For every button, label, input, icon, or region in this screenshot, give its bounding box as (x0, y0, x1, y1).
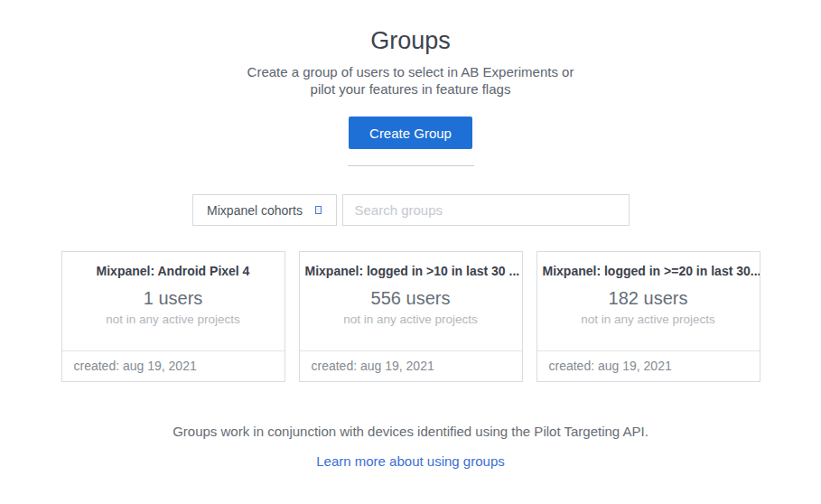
groups-page: Groups Create a group of users to select… (0, 0, 821, 470)
cohort-source-select-value: Mixpanel cohorts (207, 203, 303, 218)
group-cards-row: Mixpanel: Android Pixel 4 1 users not in… (0, 251, 821, 382)
learn-more-link[interactable]: Learn more about using groups (316, 453, 504, 469)
group-card-status: not in any active projects (62, 313, 285, 326)
group-card-created: created: aug 19, 2021 (62, 350, 285, 381)
group-card-user-count: 1 users (62, 288, 285, 309)
group-card-body: Mixpanel: Android Pixel 4 1 users not in… (62, 252, 285, 350)
group-card-title: Mixpanel: logged in >=20 in last 30... (537, 264, 760, 278)
group-card-user-count: 556 users (300, 288, 522, 309)
page-title: Groups (0, 27, 821, 55)
group-card-created: created: aug 19, 2021 (537, 350, 760, 381)
group-card[interactable]: Mixpanel: logged in >=20 in last 30... 1… (536, 251, 760, 382)
groups-info-note: Groups work in conjunction with devices … (0, 424, 821, 439)
group-card-body: Mixpanel: logged in >10 in last 30 ... 5… (300, 252, 522, 350)
group-card-title: Mixpanel: Android Pixel 4 (62, 264, 285, 278)
cohort-source-select[interactable]: Mixpanel cohorts (192, 194, 337, 226)
group-card-status: not in any active projects (300, 313, 522, 326)
group-card-user-count: 182 users (537, 288, 760, 309)
dropdown-indicator-icon (315, 206, 322, 214)
group-card-created: created: aug 19, 2021 (300, 350, 522, 381)
group-card[interactable]: Mixpanel: logged in >10 in last 30 ... 5… (299, 251, 523, 382)
group-card-title: Mixpanel: logged in >10 in last 30 ... (300, 264, 522, 278)
section-divider (348, 165, 474, 166)
filter-controls: Mixpanel cohorts (0, 194, 821, 226)
page-subtitle: Create a group of users to select in AB … (0, 63, 821, 98)
page-subtitle-line1: Create a group of users to select in AB … (247, 64, 574, 79)
group-card-body: Mixpanel: logged in >=20 in last 30... 1… (537, 252, 760, 350)
page-subtitle-line2: pilot your features in feature flags (311, 81, 511, 97)
create-group-button[interactable]: Create Group (349, 117, 472, 149)
group-card-status: not in any active projects (537, 313, 760, 326)
group-card[interactable]: Mixpanel: Android Pixel 4 1 users not in… (61, 251, 285, 382)
search-groups-input[interactable] (342, 194, 630, 226)
